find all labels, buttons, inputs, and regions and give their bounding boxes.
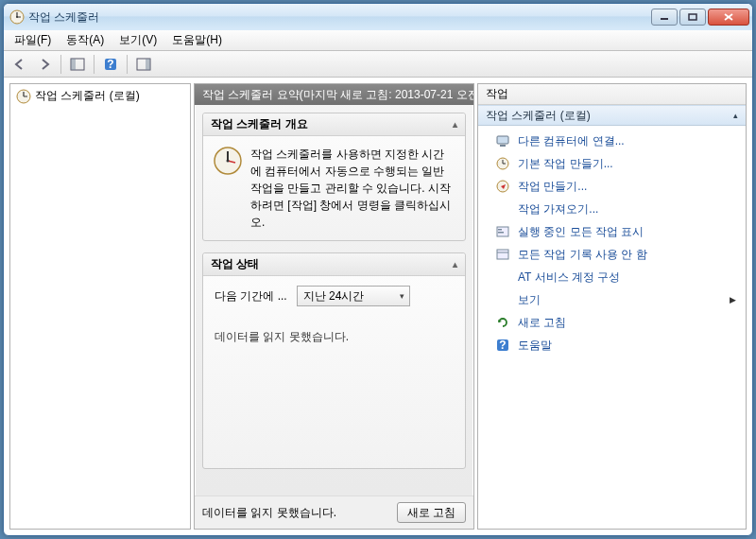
chevron-up-icon: ▴ (453, 119, 457, 130)
action-create-task[interactable]: 작업 만들기... (478, 175, 746, 198)
help-button[interactable]: ? (100, 54, 121, 75)
action-create-basic-task[interactable]: 기본 작업 만들기... (478, 152, 746, 175)
svg-point-20 (227, 160, 230, 163)
svg-rect-4 (661, 18, 668, 20)
overview-title: 작업 스케줄러 개요 (211, 116, 308, 132)
action-group-label: 작업 스케줄러 (로컬) (486, 108, 591, 124)
svg-rect-28 (498, 229, 502, 231)
app-window: 작업 스케줄러 파일(F) 동작(A) 보기(V) 도움말(H) ? 작업 스케… (3, 3, 753, 536)
task-icon (495, 179, 510, 194)
action-view[interactable]: 보기 ▶ (478, 288, 746, 311)
state-panel: 작업 상태 ▴ 다음 기간에 ... 지난 24시간 데이터를 읽지 못했습니다… (202, 252, 466, 469)
toolbar-separator (127, 55, 128, 74)
action-label: 보기 (518, 292, 541, 308)
action-label: 모든 작업 기록 사용 안 함 (518, 247, 647, 263)
svg-rect-29 (498, 232, 504, 234)
tree-root-label: 작업 스케줄러 (로컬) (35, 88, 140, 104)
refresh-button[interactable]: 새로 고침 (397, 502, 466, 523)
chevron-up-icon: ▴ (733, 111, 738, 120)
period-dropdown[interactable]: 지난 24시간 (297, 286, 410, 306)
show-hide-tree-button[interactable] (67, 54, 88, 75)
svg-rect-9 (71, 59, 76, 70)
action-label: 다른 컴퓨터에 연결... (518, 133, 625, 149)
action-label: 작업 가져오기... (518, 201, 598, 217)
overview-panel-body: 작업 스케줄러를 사용하면 지정한 시간에 컴퓨터에서 자동으로 수행되는 일반… (203, 136, 465, 240)
state-title: 작업 상태 (211, 256, 259, 272)
menu-help[interactable]: 도움말(H) (165, 30, 229, 50)
clock-large-icon (213, 146, 243, 176)
tree-root-item[interactable]: 작업 스케줄러 (로컬) (10, 84, 190, 108)
maximize-button[interactable] (679, 9, 706, 26)
main-body: 작업 스케줄러 개요 ▴ 작업 스케줄러를 사용하면 지정한 시간에 컴퓨터에서… (195, 105, 473, 496)
period-value: 지난 24시간 (303, 288, 365, 304)
import-icon (495, 201, 510, 217)
menu-view[interactable]: 보기(V) (112, 30, 163, 50)
state-message: 데이터를 읽지 못했습니다. (215, 323, 454, 345)
overview-text: 작업 스케줄러를 사용하면 지정한 시간에 컴퓨터에서 자동으로 수행되는 일반… (250, 146, 455, 231)
svg-text:?: ? (107, 58, 113, 71)
history-icon (495, 247, 510, 262)
computer-icon (495, 133, 510, 148)
forward-button[interactable] (34, 54, 55, 75)
tree-pane: 작업 스케줄러 (로컬) (9, 83, 191, 530)
svg-text:?: ? (499, 339, 506, 352)
task-basic-icon (495, 156, 510, 171)
action-label: 새로 고침 (518, 315, 566, 331)
action-label: 도움말 (518, 338, 552, 354)
svg-rect-5 (689, 14, 696, 20)
content-area: 작업 스케줄러 (로컬) 작업 스케줄러 요약(마지막 새로 고침: 2013-… (4, 78, 752, 535)
chevron-up-icon: ▴ (453, 259, 457, 270)
svg-rect-30 (497, 250, 508, 259)
window-title: 작업 스케줄러 (28, 9, 651, 26)
titlebar[interactable]: 작업 스케줄러 (4, 4, 752, 30)
action-pane-header: 작업 (478, 84, 746, 105)
overview-panel-header[interactable]: 작업 스케줄러 개요 ▴ (203, 113, 465, 136)
footer-message: 데이터를 읽지 못했습니다. (202, 505, 336, 521)
svg-rect-22 (500, 145, 506, 147)
help-icon: ? (495, 338, 510, 353)
view-icon (495, 292, 510, 307)
action-group-header[interactable]: 작업 스케줄러 (로컬) ▴ (478, 105, 746, 126)
refresh-button-label: 새로 고침 (407, 505, 455, 521)
action-label: 실행 중인 모든 작업 표시 (518, 224, 644, 240)
overview-panel: 작업 스케줄러 개요 ▴ 작업 스케줄러를 사용하면 지정한 시간에 컴퓨터에서… (202, 113, 466, 241)
state-panel-body: 다음 기간에 ... 지난 24시간 데이터를 읽지 못했습니다. (203, 276, 465, 468)
svg-rect-21 (497, 136, 508, 144)
menu-file[interactable]: 파일(F) (8, 30, 58, 50)
main-footer: 데이터를 읽지 못했습니다. 새로 고침 (195, 496, 473, 529)
submenu-arrow-icon: ▶ (730, 295, 736, 304)
action-list: 다른 컴퓨터에 연결... 기본 작업 만들기... 작업 만들기... 작업 … (478, 126, 746, 360)
back-button[interactable] (9, 54, 30, 75)
period-label: 다음 기간에 ... (215, 288, 287, 304)
action-pane: 작업 작업 스케줄러 (로컬) ▴ 다른 컴퓨터에 연결... 기본 작업 만들… (477, 83, 747, 530)
minimize-button[interactable] (651, 9, 678, 26)
action-help[interactable]: ? 도움말 (478, 334, 746, 356)
show-hide-action-button[interactable] (133, 54, 154, 75)
action-refresh[interactable]: 새로 고침 (478, 311, 746, 334)
action-connect-computer[interactable]: 다른 컴퓨터에 연결... (478, 130, 746, 152)
running-tasks-icon (495, 224, 510, 239)
action-import-task[interactable]: 작업 가져오기... (478, 198, 746, 220)
state-panel-header[interactable]: 작업 상태 ▴ (203, 253, 465, 276)
toolbar: ? (4, 51, 752, 78)
action-at-account[interactable]: AT 서비스 계정 구성 (478, 266, 746, 288)
action-label: 기본 작업 만들기... (518, 156, 613, 172)
menubar: 파일(F) 동작(A) 보기(V) 도움말(H) (4, 30, 752, 51)
action-label: 작업 만들기... (518, 179, 587, 195)
menu-action[interactable]: 동작(A) (60, 30, 111, 50)
period-row: 다음 기간에 ... 지난 24시간 (215, 286, 454, 306)
clock-icon (16, 89, 31, 104)
app-icon (9, 9, 25, 25)
account-icon (495, 270, 510, 285)
close-button[interactable] (708, 9, 749, 26)
svg-rect-13 (146, 59, 150, 70)
action-show-running[interactable]: 실행 중인 모든 작업 표시 (478, 220, 746, 243)
toolbar-separator (60, 55, 61, 74)
svg-point-3 (16, 16, 18, 18)
action-label: AT 서비스 계정 구성 (518, 270, 620, 286)
action-disable-history[interactable]: 모든 작업 기록 사용 안 함 (478, 243, 746, 266)
refresh-icon (495, 315, 510, 330)
main-header: 작업 스케줄러 요약(마지막 새로 고침: 2013-07-21 오전 1 (195, 84, 473, 105)
main-pane: 작업 스케줄러 요약(마지막 새로 고침: 2013-07-21 오전 1 작업… (194, 83, 474, 530)
window-buttons (651, 9, 749, 26)
